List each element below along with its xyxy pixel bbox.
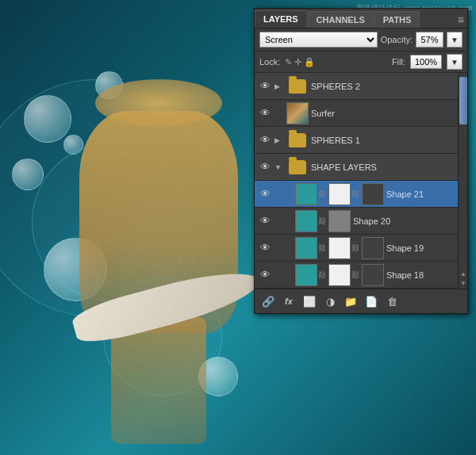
layer-thumbnail-mask xyxy=(328,264,351,286)
layer-thumbnail-mask xyxy=(328,237,351,259)
layer-row[interactable]: 👁 ⛓ Shape 20 xyxy=(255,208,467,235)
chain-icon: ⛓ xyxy=(351,243,361,252)
layer-name: Shape 20 xyxy=(353,216,464,226)
fill-label: Fill: xyxy=(392,57,405,67)
blend-mode-select[interactable]: Screen Normal Multiply Overlay xyxy=(259,32,378,48)
layer-visibility-toggle[interactable]: 👁 xyxy=(258,187,272,201)
add-mask-button[interactable]: ⬜ xyxy=(301,292,318,310)
fill-arrow-btn[interactable]: ▼ xyxy=(447,54,463,70)
tab-paths[interactable]: PATHS xyxy=(374,11,420,28)
layer-thumbnail-extra xyxy=(362,183,384,205)
layer-visibility-toggle[interactable]: 👁 xyxy=(258,214,272,228)
chain-icon: ⛓ xyxy=(351,270,361,279)
layer-row[interactable]: 👁 ▶ SPHERES 2 xyxy=(255,73,467,100)
lock-icons-group: ✎ ✛ 🔒 xyxy=(285,57,315,67)
layer-visibility-toggle[interactable]: 👁 xyxy=(258,106,272,120)
link-layers-button[interactable]: 🔗 xyxy=(259,292,277,310)
surfer-image xyxy=(48,63,270,444)
new-group-button[interactable]: 📁 xyxy=(342,292,359,310)
lock-label: Lock: xyxy=(259,57,280,67)
lock-fill-row: Lock: ✎ ✛ 🔒 Fill: ▼ xyxy=(255,52,467,73)
shape-thumbnails: ⛓ ⛓ xyxy=(295,264,384,286)
layer-thumbnail xyxy=(286,156,309,178)
panel-bottom-toolbar: 🔗 fx ⬜ ◑ 📁 📄 🗑 xyxy=(255,289,467,313)
fill-input[interactable] xyxy=(410,55,442,69)
layer-thumbnail-color xyxy=(295,264,317,286)
layer-name: Shape 19 xyxy=(386,243,464,253)
shape-thumbnails: ⛓ ⛓ xyxy=(295,183,384,205)
lock-all-icon[interactable]: 🔒 xyxy=(304,57,315,67)
expand-arrow-icon[interactable]: ▶ xyxy=(274,82,284,90)
layer-visibility-toggle[interactable]: 👁 xyxy=(258,160,272,174)
blend-opacity-row: Screen Normal Multiply Overlay Opacity: … xyxy=(255,29,467,52)
layers-panel: LAYERS CHANNELS PATHS ≡ Screen Normal Mu… xyxy=(254,8,468,314)
expand-arrow-icon[interactable]: ▼ xyxy=(274,163,284,171)
layer-thumbnail-extra xyxy=(362,264,384,286)
layer-thumbnail xyxy=(286,75,309,98)
layer-thumbnail xyxy=(286,102,309,124)
scrollbar-thumb[interactable] xyxy=(459,77,467,124)
layer-name: Shape 18 xyxy=(386,270,464,280)
chain-icon: ⛓ xyxy=(318,270,328,279)
panel-menu-icon[interactable]: ≡ xyxy=(458,13,464,28)
chain-icon: ⛓ xyxy=(318,216,328,225)
opacity-input[interactable] xyxy=(416,32,443,48)
expand-arrow-icon[interactable]: ▶ xyxy=(274,136,284,144)
layer-row[interactable]: 👁 Surfer xyxy=(255,100,467,127)
delete-layer-button[interactable]: 🗑 xyxy=(383,292,401,310)
layer-visibility-toggle[interactable]: 👁 xyxy=(258,241,272,255)
shape-thumbnails: ⛓ xyxy=(295,210,351,232)
layer-row[interactable]: 👁 ▼ SHAPE LAYERS xyxy=(255,154,467,181)
new-layer-button[interactable]: 📄 xyxy=(363,292,380,310)
scroll-up-icon[interactable]: ▲ xyxy=(460,270,466,277)
layer-visibility-toggle[interactable]: 👁 xyxy=(258,133,272,147)
layers-list: 👁 ▶ SPHERES 2 👁 Surfer 👁 ▶ SPHERES 1 👁 xyxy=(255,73,467,289)
tab-layers[interactable]: LAYERS xyxy=(255,10,307,28)
chain-icon: ⛓ xyxy=(318,189,328,198)
layer-name: SPHERES 2 xyxy=(311,82,464,91)
lock-pixel-icon[interactable]: ✎ xyxy=(285,57,292,67)
adjustment-button[interactable]: ◑ xyxy=(321,292,339,310)
panel-tabs: LAYERS CHANNELS PATHS ≡ xyxy=(255,9,467,29)
layer-thumbnail-color xyxy=(295,183,317,205)
layer-row[interactable]: 👁 ⛓ ⛓ Shape 21 xyxy=(255,181,467,208)
layer-name: SPHERES 1 xyxy=(311,136,464,145)
layer-row[interactable]: 👁 ⛓ ⛓ Shape 18 xyxy=(255,262,467,289)
tab-channels[interactable]: CHANNELS xyxy=(308,11,374,28)
layer-thumbnail-mask xyxy=(328,210,351,232)
opacity-label: Opacity: xyxy=(381,35,413,44)
layer-name: Surfer xyxy=(311,109,464,118)
layer-row[interactable]: 👁 ▶ SPHERES 1 xyxy=(255,127,467,154)
layer-row[interactable]: 👁 ⛓ ⛓ Shape 19 xyxy=(255,235,467,262)
chain-icon: ⛓ xyxy=(318,243,328,252)
opacity-arrow-btn[interactable]: ▼ xyxy=(447,32,463,48)
fx-button[interactable]: fx xyxy=(280,292,298,310)
panel-scrollbar[interactable]: ▲ ▼ xyxy=(458,73,467,289)
layer-visibility-toggle[interactable]: 👁 xyxy=(258,79,272,94)
layer-thumbnail xyxy=(286,129,309,151)
scroll-down-icon[interactable]: ▼ xyxy=(460,280,466,287)
layer-thumbnail-extra xyxy=(362,237,384,259)
layer-thumbnail-color xyxy=(295,210,317,232)
lock-position-icon[interactable]: ✛ xyxy=(294,57,301,67)
layer-visibility-toggle[interactable]: 👁 xyxy=(258,268,272,282)
layer-name: Shape 21 xyxy=(386,189,464,199)
layer-name: SHAPE LAYERS xyxy=(311,162,464,172)
chain-icon: ⛓ xyxy=(351,189,361,198)
shape-thumbnails: ⛓ ⛓ xyxy=(295,237,384,259)
layer-thumbnail-color xyxy=(295,237,317,259)
layer-thumbnail-mask xyxy=(328,183,351,205)
